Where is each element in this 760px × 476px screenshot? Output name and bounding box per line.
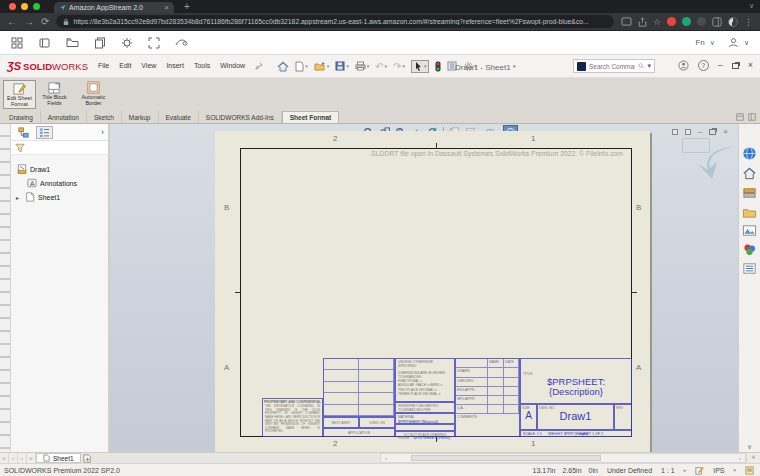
save-button[interactable]: ▾ [335, 61, 349, 71]
cast-icon[interactable] [621, 17, 632, 26]
scroll-left-icon[interactable]: ‹ [381, 455, 391, 461]
doc-minimize-icon[interactable]: – [698, 127, 702, 136]
back-icon[interactable]: ← [7, 17, 17, 27]
tree-filter-row[interactable] [11, 141, 108, 155]
search-chevron-icon[interactable]: ▾ [647, 62, 651, 70]
macos-close-button[interactable] [9, 3, 16, 10]
settings-gear-icon[interactable] [121, 37, 133, 49]
tree-item-sheet1[interactable]: ▸ Sheet1 [11, 190, 108, 204]
address-bar[interactable]: https://8e3b2a315cc92e8d97bd283534b8d761… [56, 15, 614, 28]
profile-avatar[interactable] [728, 17, 738, 27]
undo-button[interactable]: ↶▾ [375, 61, 387, 72]
sheet-nav-last-icon[interactable]: » [27, 453, 36, 463]
taskpane-home-icon[interactable] [742, 166, 757, 181]
horizontal-scrollbar[interactable]: ‹ › [380, 453, 746, 463]
doc-close-icon[interactable]: × [723, 127, 728, 136]
display-pane-tab[interactable] [36, 126, 53, 139]
tab-solidworks-add-ins[interactable]: SOLIDWORKS Add-Ins [199, 111, 282, 123]
tab-annotation[interactable]: Annotation [41, 111, 87, 123]
edit-sheet-format-button[interactable]: Edit Sheet Format [3, 80, 36, 109]
select-tool-button[interactable]: ▾ [411, 60, 429, 73]
tab-sketch[interactable]: Sketch [87, 111, 122, 123]
close-window-icon[interactable]: × [748, 61, 753, 70]
minimize-window-icon[interactable]: – [718, 61, 723, 70]
login-user-icon[interactable] [678, 60, 689, 71]
restore-window-icon[interactable] [732, 63, 739, 69]
user-profile-icon[interactable] [728, 37, 739, 48]
fullscreen-icon[interactable] [148, 37, 160, 49]
doc-restore-icon[interactable] [709, 129, 716, 135]
fn-keys-label[interactable]: Fn [695, 38, 704, 47]
menu-file[interactable]: File [98, 62, 109, 70]
add-sheet-button[interactable] [81, 453, 95, 463]
horizontal-scroll-thumb[interactable] [411, 455, 601, 461]
sheet1-tab[interactable]: Sheet1 [36, 453, 81, 463]
3dexperience-icon[interactable] [742, 146, 757, 161]
new-tab-button[interactable]: + [184, 2, 190, 12]
tab-drawing[interactable]: Drawing [2, 111, 41, 123]
ribbon-pin-icon[interactable] [736, 113, 744, 121]
title-block-fields-button[interactable]: Title Block Fields [38, 80, 71, 109]
tab-markup[interactable]: Markup [122, 111, 159, 123]
bookmark-star-icon[interactable]: ☆ [653, 17, 661, 27]
vertical-scroll-down-icon[interactable]: ∨ [739, 443, 760, 451]
tree-expander-icon[interactable]: ▸ [16, 194, 21, 201]
title-value[interactable]: $PRPSHEET:{Description} [533, 377, 619, 396]
extension-green-icon[interactable] [682, 17, 691, 26]
rebuild-button[interactable] [435, 61, 441, 72]
browser-tab[interactable]: Amazon AppStream 2.0 × [54, 2, 174, 13]
new-document-button[interactable]: ▾ [295, 61, 308, 72]
feature-tree-tab[interactable] [15, 126, 32, 139]
units-chevron-icon[interactable]: ▾ [733, 467, 736, 473]
appearances-icon[interactable] [742, 242, 757, 257]
my-files-icon[interactable] [66, 37, 79, 48]
automatic-border-button[interactable]: Automatic Border [73, 80, 114, 109]
extensions-puzzle-icon[interactable] [697, 17, 706, 26]
search-icon[interactable] [638, 62, 644, 70]
menu-tools[interactable]: Tools [194, 62, 210, 70]
dual-monitor-icon[interactable] [38, 37, 51, 49]
menu-insert[interactable]: Insert [166, 62, 184, 70]
left-edge-scrollbar[interactable] [0, 124, 11, 452]
edit-sheet-indicator-icon[interactable] [695, 466, 704, 475]
scale-chevron-icon[interactable]: ▸ [684, 467, 687, 473]
doc-pane-icon[interactable] [685, 129, 691, 135]
command-search-box[interactable]: ▾ [573, 59, 655, 73]
menu-edit[interactable]: Edit [119, 62, 131, 70]
fn-chevron-icon[interactable]: ∨ [710, 39, 715, 47]
home-button[interactable] [277, 61, 289, 72]
units-selector[interactable]: IPS [713, 467, 724, 474]
share-icon[interactable] [638, 17, 647, 27]
tree-item-draw1[interactable]: Draw1 [11, 162, 108, 176]
tree-item-annotations[interactable]: A Annotations [11, 176, 108, 190]
tab-evaluate[interactable]: Evaluate [159, 111, 199, 123]
sheet-nav-first-icon[interactable]: « [0, 453, 9, 463]
help-icon[interactable]: ? [698, 60, 709, 71]
file-explorer-icon[interactable] [742, 206, 757, 219]
menu-window[interactable]: Window [220, 62, 245, 70]
sheet-nav-next-icon[interactable]: › [18, 453, 27, 463]
clipboard-icon[interactable] [94, 37, 106, 49]
drawing-sheet[interactable]: 2 1 2 1 B A B A .SLDDRT file open in Das… [215, 131, 650, 452]
sheet-scale[interactable]: 1 : 1 [661, 467, 675, 474]
reload-icon[interactable]: ⟳ [41, 17, 49, 27]
pin-menu-icon[interactable] [255, 62, 263, 70]
quick-tips-icon[interactable] [745, 466, 754, 475]
menu-view[interactable]: View [141, 62, 156, 70]
browser-menu-icon[interactable]: ⋮ [744, 17, 753, 27]
extension-red-icon[interactable] [667, 17, 676, 26]
macos-zoom-button[interactable] [33, 3, 40, 10]
macos-minimize-button[interactable] [21, 3, 28, 10]
dwg-no-value[interactable]: Draw1 [539, 410, 612, 422]
custom-properties-icon[interactable] [742, 262, 757, 275]
ribbon-expand-icon[interactable] [748, 113, 756, 121]
design-library-icon[interactable] [742, 186, 757, 201]
view-palette-icon[interactable] [742, 224, 757, 237]
print-button[interactable]: ▾ [355, 61, 370, 71]
search-input[interactable] [589, 63, 635, 70]
doc-dock-icon[interactable] [672, 129, 678, 135]
app-catalog-icon[interactable] [11, 37, 23, 49]
sidebar-icon[interactable] [712, 17, 722, 27]
tab-sheet-format[interactable]: Sheet Format [282, 111, 340, 123]
profile-chevron-icon[interactable]: ∨ [744, 39, 749, 47]
